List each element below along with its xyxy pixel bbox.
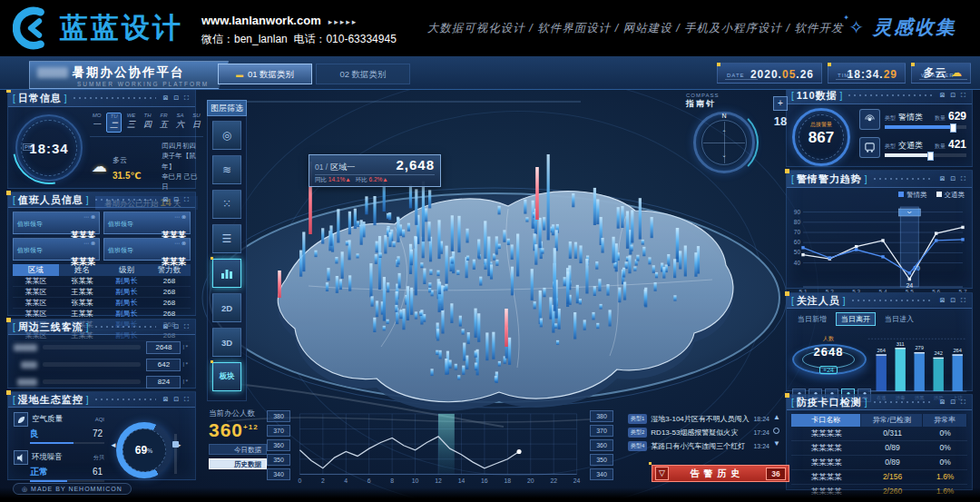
left-arrow-icon[interactable]: ◄: [110, 441, 117, 449]
duty-card[interactable]: 值班领导⋯ ⊗某某某: [13, 212, 100, 234]
table-row[interactable]: 某某区王某某副局长268: [13, 287, 191, 298]
redacted-line-name: [21, 361, 37, 369]
svg-text:18: 18: [505, 477, 512, 484]
screenshot-root: 蓝蓝设计 www.lanlanwork.com▸▸▸▸▸ 微信：ben_lanl…: [0, 0, 980, 502]
meridiem: PM: [23, 143, 34, 151]
window-buttons[interactable]: ⊠ ⊡ ⛶: [939, 175, 967, 182]
scroll-down-icon[interactable]: ▼: [773, 440, 780, 448]
weekday-active[interactable]: TU二: [106, 113, 122, 133]
more-icon[interactable]: ⋯ ⊗: [83, 213, 95, 220]
focus-tabs: 当日新增 当日离开 当日进入: [787, 309, 972, 328]
weather-cloud-icon: ☁: [92, 157, 107, 176]
arrows-decor: ▸▸▸▸▸: [328, 17, 358, 26]
svg-text:264: 264: [953, 348, 961, 353]
focus-disc: 人数2648+24: [790, 328, 867, 404]
trend-line-chart[interactable]: 90807060504030245.15.25.35.45.55.65.7: [789, 200, 970, 292]
tab-entered-today[interactable]: 当日进入: [879, 312, 919, 326]
bus-icon: [859, 137, 880, 158]
window-buttons[interactable]: ⊠ ⊡ ⛶: [939, 92, 967, 99]
lanlan-logo-icon: [13, 5, 54, 52]
warning-triangle-icon: ▽: [655, 467, 669, 480]
tab-new-today[interactable]: 当日新增: [792, 312, 832, 326]
layer-button-grid[interactable]: ⁙: [212, 190, 241, 219]
flow-value: 824: [146, 376, 181, 389]
duty-card[interactable]: 值班领导⋯ ⊗某某某: [103, 212, 191, 234]
cloud-icon: ☁: [951, 66, 963, 79]
weekday[interactable]: MO一: [90, 113, 103, 133]
wechat-id: 微信：ben_lanlan: [201, 33, 288, 45]
alarm-item[interactable]: 类型1湿地3-104片区有不明人员闯入18:24: [628, 412, 769, 426]
compass[interactable]: COMPASS指南针 N ⌃ ⌄: [686, 93, 773, 173]
svg-text:10: 10: [412, 477, 419, 484]
weekday[interactable]: SA六: [173, 113, 187, 133]
window-buttons[interactable]: ⊠ ⊡ ⛶: [162, 323, 191, 330]
layer-button-camera[interactable]: ◎: [212, 121, 241, 150]
weekday[interactable]: FR五: [157, 113, 171, 133]
weekday[interactable]: SU日: [190, 113, 203, 133]
layer-button-2d[interactable]: 2D: [212, 293, 241, 322]
focus-count: 2648: [814, 345, 844, 359]
history-data-button[interactable]: 历史数据: [209, 458, 267, 469]
brand-banner: 蓝蓝设计 www.lanlanwork.com▸▸▸▸▸ 微信：ben_lanl…: [0, 0, 980, 56]
checkpoint-row[interactable]: 某某某某0/890%: [791, 456, 967, 470]
more-icon[interactable]: ⋯ ⊗: [83, 240, 95, 246]
tab-icon: ▬: [236, 71, 243, 79]
window-buttons[interactable]: ⊠ ⊡ ⛶: [162, 94, 191, 102]
eco-gauge: ◄ 69% ►: [104, 412, 191, 488]
window-buttons[interactable]: ⊠ ⊡ ⛶: [939, 297, 967, 304]
window-buttons[interactable]: ⊠ ⊡ ⛶: [939, 399, 967, 406]
weekday[interactable]: WE三: [124, 113, 138, 133]
layer-button-list[interactable]: ☰: [212, 224, 241, 253]
office-line-chart[interactable]: 024681012141618202224: [292, 408, 586, 490]
duty-card[interactable]: 值班领导⋯ ⊗某某某: [103, 238, 191, 261]
layer-button-block[interactable]: 板块: [212, 362, 241, 391]
tab-data-category-1[interactable]: ▬01 数据类别: [218, 64, 312, 84]
grid-icon: ⁙: [222, 198, 231, 211]
panel-trend-chart: [警情警力趋势]⊠ ⊡ ⛶ 警情类 交通类 90807060504030245.…: [786, 170, 973, 289]
duty-card[interactable]: 值班领导⋯ ⊗某某某: [13, 238, 100, 261]
weather-display: WEATHER 多云 ☁: [911, 63, 971, 84]
zoom-in-button[interactable]: +: [773, 96, 788, 111]
gauge-slider[interactable]: [174, 434, 177, 474]
more-icon[interactable]: ⋯ ⊗: [174, 240, 186, 246]
window-buttons[interactable]: ⊠ ⊡ ⛶: [162, 196, 191, 203]
tab-data-category-2[interactable]: 02 数据类别: [316, 64, 410, 84]
layer-button-3d[interactable]: 3D: [212, 328, 241, 357]
scroll-up-icon[interactable]: ▲: [773, 414, 780, 421]
alarm-total-gauge: 总接警量 867: [792, 108, 850, 166]
alarm-list: 类型1湿地3-104片区有不明人员闯入18:24 类型2RD13-53烟感报警疑…: [628, 412, 769, 453]
svg-text:70: 70: [794, 229, 801, 235]
tooltip-value: 2,648: [396, 157, 435, 172]
alarm-history-button[interactable]: ▽ 告警历史 36: [652, 465, 789, 482]
alarm-item[interactable]: 类型4某路口有小汽车连闯三个红灯13:24: [628, 439, 769, 453]
alarm-item[interactable]: 类型2RD13-53烟感报警疑似火灾17:24: [628, 426, 769, 439]
services-line: 大数据可视化设计 / 软件界面设计 / 网站建设 / 手机及小程序设计 / 软件…: [427, 21, 844, 36]
table-row[interactable]: 某某区张某某副局长268: [13, 276, 191, 287]
checkpoint-row[interactable]: 某某某某0/3110%: [791, 427, 967, 441]
today-data-button[interactable]: 今日数据: [209, 444, 267, 455]
checkpoint-row-warning[interactable]: 某某某某2/1561.6%: [791, 470, 967, 485]
analog-clock: PM 18:34: [15, 114, 83, 182]
svg-text:2: 2: [321, 477, 325, 484]
svg-text:4: 4: [344, 477, 348, 484]
website-link[interactable]: www.lanlanwork.com: [201, 14, 321, 27]
air-quality-stat: 空气质量AQI 良72: [14, 412, 104, 444]
temperature: 31.5℃: [113, 171, 142, 181]
inspiration-collect[interactable]: ✧✦ 灵感收集: [848, 15, 956, 40]
focus-bar-chart[interactable]: 264在逃311涉毒279涉黑242涉恐264上访: [867, 328, 968, 404]
platform-subtitle: SUMMER WORKING PLATFORM: [77, 81, 219, 87]
office-count-value: 360+12: [209, 419, 269, 440]
svg-text:14: 14: [458, 477, 466, 484]
weekday[interactable]: TH四: [141, 113, 154, 133]
window-buttons[interactable]: ⊠ ⊡ ⛶: [162, 396, 191, 403]
tab-left-today[interactable]: 当日离开: [836, 312, 876, 326]
table-row[interactable]: 某某区张某某副局长268: [13, 298, 191, 309]
alarm-type-row: 类型警情类数量629: [859, 109, 966, 130]
layer-button-signal[interactable]: ≋: [212, 155, 241, 184]
legend-swatch: [898, 192, 904, 197]
weather-text: 多云: [113, 156, 127, 164]
more-icon[interactable]: ⋯ ⊗: [174, 213, 186, 220]
svg-text:279: 279: [915, 345, 923, 350]
checkpoint-row[interactable]: 某某某某0/890%: [791, 441, 967, 456]
layer-button-chart[interactable]: [212, 259, 241, 288]
